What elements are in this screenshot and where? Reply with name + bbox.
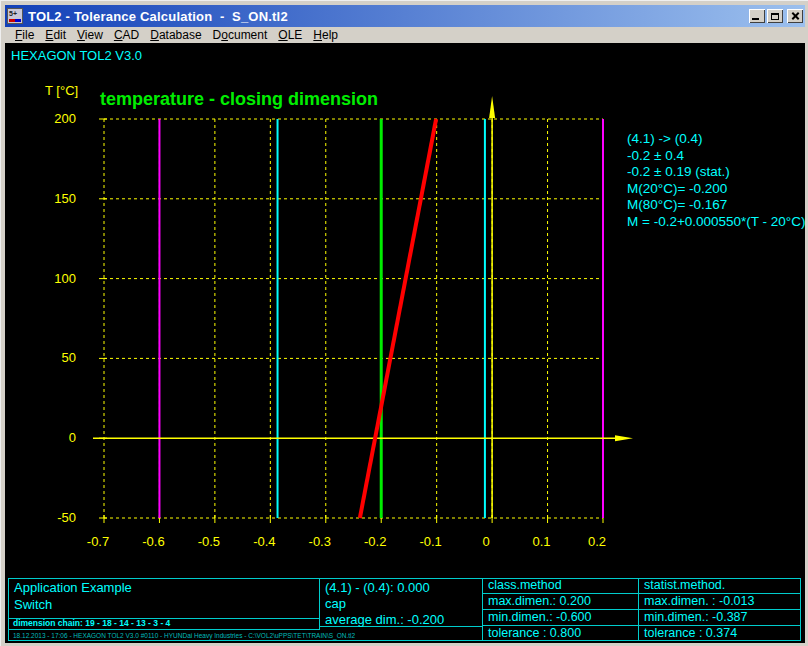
window-title: TOL2 - Tolerance Calculation - S_ON.tl2	[28, 9, 749, 24]
info-line: M(80°C)= -0.167	[627, 197, 805, 214]
close-icon	[791, 12, 800, 21]
x-tick-label: -0.4	[242, 534, 286, 549]
dim-equation: (4.1) - (0.4): 0.000	[325, 580, 430, 595]
x-tick-label: -0.6	[131, 534, 175, 549]
y-tick-label: -50	[30, 510, 76, 525]
menu-item-edit[interactable]: Edit	[45, 28, 66, 42]
info-line: -0.2 ± 0.19 (stat.)	[627, 164, 805, 181]
x-tick-label: -0.5	[187, 534, 231, 549]
menu-item-file[interactable]: File	[15, 28, 34, 42]
app-icon[interactable]: 5+	[7, 8, 23, 24]
app-icon-stripe	[9, 19, 21, 22]
minimize-button[interactable]	[749, 9, 765, 23]
title-bar: 5+ TOL2 - Tolerance Calculation - S_ON.t…	[5, 5, 805, 27]
result-info-block: (4.1) -> (0.4) -0.2 ± 0.4 -0.2 ± 0.19 (s…	[627, 131, 805, 231]
menu-item-cad[interactable]: CAD	[114, 28, 139, 42]
class-max-dimen: max.dimen.: 0.200	[483, 594, 639, 610]
menu-bar: FileEditViewCADDatabaseDocumentOLEHelp	[5, 27, 805, 43]
menu-item-help[interactable]: Help	[313, 28, 338, 42]
minimize-icon	[752, 18, 759, 20]
application-part: Switch	[14, 597, 52, 612]
client-area: HEXAGON TOL2 V3.0 T [°C] temperature - c…	[5, 43, 805, 643]
application-name: Application Example	[14, 580, 132, 595]
menu-item-database[interactable]: Database	[150, 28, 201, 42]
y-tick-label: 50	[30, 350, 76, 365]
stat-min-dimen: min.dimen.: -0.387	[639, 610, 801, 626]
y-axis-arrow	[489, 96, 495, 118]
y-tick-label: 100	[30, 271, 76, 286]
y-tick-label: 150	[30, 191, 76, 206]
statist-method-box: statist.method. max.dimen. : -0.013 min.…	[638, 578, 801, 641]
menu-item-document[interactable]: Document	[213, 28, 268, 42]
close-button[interactable]	[787, 9, 803, 23]
x-tick-label: -0.1	[409, 534, 453, 549]
dim-average: average dim.: -0.200	[325, 612, 444, 627]
x-tick-label: -0.7	[76, 534, 120, 549]
y-tick-label: 200	[30, 111, 76, 126]
y-tick-label: 0	[30, 430, 76, 445]
x-tick-label: -0.3	[298, 534, 342, 549]
x-tick-label: 0.1	[520, 534, 564, 549]
class-tolerance: tolerance : 0.800	[483, 626, 639, 641]
dimension-chain: dimension chain: 19 - 18 - 14 - 13 - 3 -…	[8, 618, 320, 630]
stat-method-header: statist.method.	[639, 578, 801, 594]
app-window: 5+ TOL2 - Tolerance Calculation - S_ON.t…	[0, 0, 808, 646]
stat-tolerance: tolerance : 0.374	[639, 626, 801, 641]
x-tick-label: 0.2	[575, 534, 619, 549]
x-tick-label: 0	[464, 534, 508, 549]
info-line: (4.1) -> (0.4)	[627, 131, 805, 148]
info-line: M(20°C)= -0.200	[627, 181, 805, 198]
window-controls	[749, 9, 803, 23]
class-method-header: class.method	[483, 578, 639, 594]
class-method-box: class.method max.dimen.: 0.200 min.dimen…	[482, 578, 639, 641]
footer-info: 18.12.2013 - 17:06 - HEXAGON TOL2 V3.0 #…	[13, 632, 355, 639]
stat-max-dimen: max.dimen. : -0.013	[639, 594, 801, 610]
dimension-vs-temperature-line	[360, 119, 436, 518]
class-min-dimen: min.dimen.: -0.600	[483, 610, 639, 626]
x-axis-arrow	[615, 435, 633, 441]
info-line: -0.2 ± 0.4	[627, 148, 805, 165]
dim-name: cap	[325, 596, 346, 611]
x-tick-label: -0.2	[353, 534, 397, 549]
maximize-icon	[771, 13, 779, 20]
menu-item-ole[interactable]: OLE	[278, 28, 302, 42]
maximize-button[interactable]	[767, 9, 783, 23]
info-line: M = -0.2+0.000550*(T - 20°C)	[627, 214, 805, 231]
menu-item-view[interactable]: View	[77, 28, 103, 42]
